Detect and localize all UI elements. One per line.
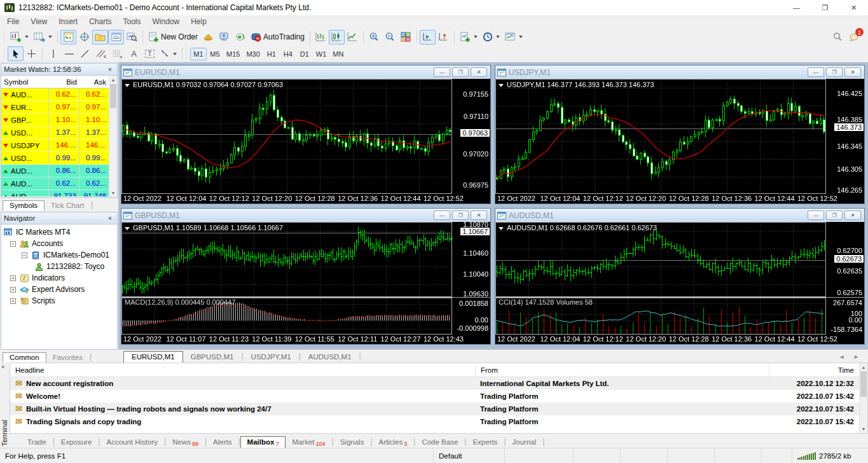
collapse-icon[interactable]: − xyxy=(22,252,27,258)
timeframe-m30-button[interactable]: M30 xyxy=(243,48,263,60)
chart-window-gbpusd[interactable]: GBPUSD,M1 — ❐ ✕ GBPUSD,M1 1.10589 1.1066… xyxy=(121,208,491,345)
tab-news[interactable]: News99 xyxy=(166,437,205,448)
mailbox-scrollbar[interactable]: ▲ ▼ xyxy=(859,363,867,433)
column-time[interactable]: Time xyxy=(769,363,859,377)
mql5-community-button[interactable] xyxy=(216,30,232,45)
fibonacci-button[interactable]: F xyxy=(109,46,126,61)
scrollbar-thumb[interactable] xyxy=(110,84,116,108)
market-watch-row[interactable]: AUD... 0.62...0.62... xyxy=(1,88,109,101)
tab-experts[interactable]: Experts xyxy=(466,437,504,448)
tab-mailbox[interactable]: Mailbox7 xyxy=(240,436,286,448)
timeframe-mn-button[interactable]: MN xyxy=(329,48,347,60)
tree-item-platform[interactable]: IC Markets MT4 xyxy=(4,226,117,238)
strategy-tester-toggle[interactable] xyxy=(124,30,140,45)
scrollbar-track[interactable] xyxy=(860,397,867,425)
scrollbar-track[interactable] xyxy=(109,108,117,189)
menu-view[interactable]: View xyxy=(25,15,53,28)
candlestick-style-button[interactable] xyxy=(329,30,345,45)
timeframe-m15-button[interactable]: M15 xyxy=(223,48,243,60)
menu-help[interactable]: Help xyxy=(185,15,212,28)
market-watch-row[interactable]: GBP... 1.10...1.10... xyxy=(1,114,109,127)
chart-window-titlebar[interactable]: USDJPY,M1 — ❐ ✕ xyxy=(495,66,864,79)
search-icon[interactable] xyxy=(832,32,843,42)
chart-collapse-icon[interactable] xyxy=(125,227,130,230)
market-watch-row[interactable]: EUR... 0.97...0.97... xyxy=(1,101,109,114)
data-window-toggle[interactable] xyxy=(76,30,92,45)
tree-item-expert-advisors[interactable]: + Expert Advisors xyxy=(4,284,117,295)
tree-item-indicators[interactable]: + f Indicators xyxy=(4,272,117,284)
scroll-down-icon[interactable]: ▼ xyxy=(860,425,867,433)
chart-tab-eurusd[interactable]: EURUSD,M1 xyxy=(123,351,183,363)
toolbar-grip[interactable] xyxy=(3,48,6,60)
chart-tab-audusd[interactable]: AUDUSD,M1 xyxy=(301,352,359,363)
timeframe-h4-button[interactable]: H4 xyxy=(280,48,296,60)
market-watch-close-icon[interactable]: × xyxy=(106,66,114,73)
tree-item-accounts[interactable]: − Accounts xyxy=(4,238,117,249)
zoom-out-button[interactable] xyxy=(382,30,398,45)
vertical-line-button[interactable] xyxy=(45,46,61,61)
column-from[interactable]: From xyxy=(475,363,769,377)
market-watch-toggle[interactable] xyxy=(60,30,76,45)
market-watch-row[interactable]: AUD... 0.62...0.62... xyxy=(1,177,109,190)
zoom-in-button[interactable] xyxy=(366,30,382,45)
column-symbol[interactable]: Symbol xyxy=(1,78,49,86)
tab-code-base[interactable]: Code Base xyxy=(415,437,464,448)
mailbox-row[interactable]: ✉Trading Signals and copy trading Tradin… xyxy=(10,415,859,428)
market-watch-row[interactable]: USD... 1.37...1.37... xyxy=(1,127,109,139)
market-watch-scrollbar[interactable]: ▲ ▼ xyxy=(109,76,117,197)
chart-tab-usdjpy[interactable]: USDJPY,M1 xyxy=(244,352,299,363)
collapse-icon[interactable]: − xyxy=(10,241,16,247)
market-watch-row[interactable]: AUD 91.73391.748 xyxy=(1,190,109,197)
tab-favorites[interactable]: Favorites xyxy=(46,353,89,363)
chart-collapse-icon[interactable] xyxy=(499,84,504,87)
chart-window-usdjpy[interactable]: USDJPY,M1 — ❐ ✕ USDJPY,M1 146.377 146.39… xyxy=(495,65,865,204)
tab-trade[interactable]: Trade xyxy=(21,437,53,448)
status-profile[interactable]: Default xyxy=(433,448,504,463)
menu-tools[interactable]: Tools xyxy=(118,15,147,28)
tab-articles[interactable]: Articles3 xyxy=(373,437,414,448)
tab-alerts[interactable]: Alerts xyxy=(207,437,238,448)
bar-chart-style-button[interactable] xyxy=(313,30,329,45)
menu-insert[interactable]: Insert xyxy=(53,15,83,28)
tab-symbols[interactable]: Symbols xyxy=(3,200,45,211)
expand-icon[interactable]: + xyxy=(10,298,16,304)
chart-window-titlebar[interactable]: EURUSD,M1 — ❐ ✕ xyxy=(121,66,490,79)
crosshair-tool-button[interactable] xyxy=(24,46,39,61)
timeframe-m5-button[interactable]: M5 xyxy=(207,48,223,60)
templates-button[interactable] xyxy=(502,30,525,45)
tab-market[interactable]: Market104 xyxy=(286,437,331,448)
new-order-button[interactable]: New Order xyxy=(146,30,200,45)
timeframe-w1-button[interactable]: W1 xyxy=(313,48,330,60)
tree-item-scripts[interactable]: + Scripts xyxy=(4,295,117,307)
chart-minimize-button[interactable]: — xyxy=(808,67,824,77)
chart-close-button[interactable]: ✕ xyxy=(471,67,487,77)
signals-button[interactable] xyxy=(232,30,248,45)
tab-tick-chart[interactable]: Tick Chart xyxy=(45,201,90,211)
chart-tab-gbpusd[interactable]: GBPUSD,M1 xyxy=(183,352,242,363)
tab-common[interactable]: Common xyxy=(3,352,46,363)
tab-signals[interactable]: Signals xyxy=(334,437,371,448)
tree-item-account-server[interactable]: − ICMarkets-Demo01 xyxy=(4,249,117,261)
chart-minimize-button[interactable]: — xyxy=(434,211,450,220)
column-bid[interactable]: Bid xyxy=(49,78,79,86)
chart-minimize-button[interactable]: — xyxy=(808,211,824,220)
profiles-button[interactable] xyxy=(31,30,55,45)
tree-item-account-login[interactable]: 12132882: Toyco xyxy=(4,261,117,272)
mailbox-row[interactable]: ✉Welcome! Trading Platform 2022.10.07 15… xyxy=(10,390,859,403)
market-watch-row[interactable]: AUD... 0.86...0.86... xyxy=(1,165,109,177)
notifications-button[interactable]: 1 xyxy=(849,31,860,43)
chart-close-button[interactable]: ✕ xyxy=(471,211,487,220)
scroll-up-icon[interactable]: ▲ xyxy=(860,363,867,371)
chart-canvas-usdjpy[interactable]: USDJPY,M1 146.377 146.393 146.373 146.37… xyxy=(495,79,864,204)
tile-windows-button[interactable] xyxy=(398,30,414,45)
menu-file[interactable]: File xyxy=(1,15,25,28)
expand-icon[interactable]: + xyxy=(10,275,16,281)
chart-collapse-icon[interactable] xyxy=(125,84,130,87)
chart-restore-button[interactable]: ❐ xyxy=(826,67,843,77)
close-button[interactable]: ✕ xyxy=(839,0,868,15)
chart-window-eurusd[interactable]: EURUSD,M1 — ❐ ✕ EURUSD,M1 0.97032 0.9706… xyxy=(121,65,491,204)
chart-canvas-audusd[interactable]: AUDUSD,M1 0.62668 0.62676 0.62661 0.6267… xyxy=(495,222,864,344)
chart-canvas-eurusd[interactable]: EURUSD,M1 0.97032 0.97064 0.97027 0.9706… xyxy=(121,79,490,204)
equidistant-channel-button[interactable]: E xyxy=(93,46,109,61)
chart-canvas-gbpusd[interactable]: GBPUSD,M1 1.10589 1.10668 1.10566 1.1066… xyxy=(121,222,490,344)
